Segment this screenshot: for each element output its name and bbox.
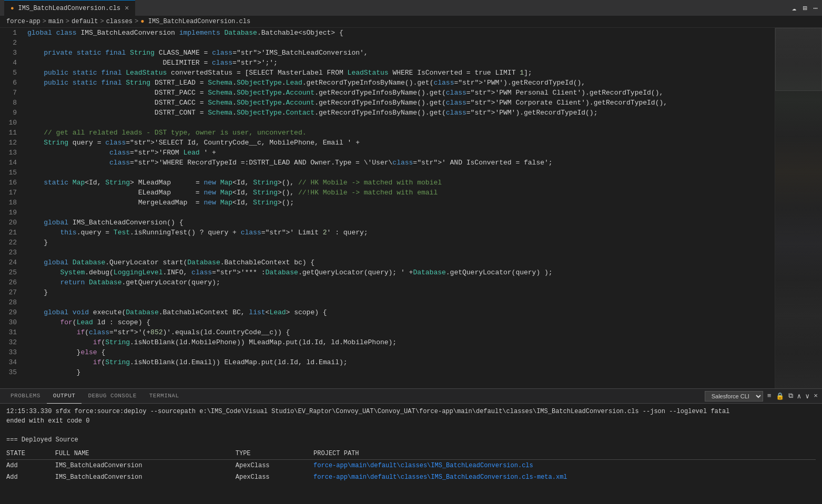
line-number-9: 9 [6,108,17,118]
code-line-8: DSTRT_CACC = Schema.SObjectType.Account.… [27,98,775,108]
editor: 1234567891011121314151617181920212223242… [0,28,775,388]
breadcrumb-classes[interactable]: classes [106,18,133,25]
table-cell-1-2: ApexClass [236,471,313,483]
code-line-12: String query = class="str">'SELECT Id, C… [27,138,775,148]
line-number-10: 10 [6,118,17,128]
output-line-3 [6,426,816,435]
panel-icon-up[interactable]: ∧ [797,392,801,400]
code-line-28 [27,297,775,307]
code-line-19 [27,208,775,218]
panel-icon-lock[interactable]: 🔒 [776,392,784,400]
line-number-15: 15 [6,168,17,178]
code-line-34: if(String.isNotBlank(ld.Email)) ELeadMap… [27,357,775,367]
line-numbers: 1234567891011121314151617181920212223242… [0,28,21,388]
line-number-33: 33 [6,347,17,357]
code-line-9: DSTRT_CONT = Schema.SObjectType.Contact.… [27,108,775,118]
table-cell-0-1: IMS_BatchLeadConversion [55,460,236,472]
tab-close-button[interactable]: × [125,5,129,12]
code-line-18: MergeLeadMap = new Map<Id, String>(); [27,198,775,208]
line-number-22: 22 [6,238,17,248]
line-number-2: 2 [6,38,17,48]
col-fullname: FULL NAME [55,448,236,460]
breadcrumb-forceapp[interactable]: force-app [6,18,40,25]
output-line-2: ended with exit code 0 [6,416,816,426]
panel-tab-output[interactable]: OUTPUT [47,389,82,404]
line-number-26: 26 [6,277,17,287]
panel-icon-list[interactable]: ≡ [767,392,772,400]
col-path: PROJECT PATH [313,448,816,460]
output-table: STATE FULL NAME TYPE PROJECT PATH AddIMS… [6,448,816,483]
line-number-27: 27 [6,287,17,297]
line-number-17: 17 [6,188,17,198]
panel-icon-down[interactable]: ∨ [805,392,809,400]
code-line-7: DSTRT_PACC = Schema.SObjectType.Account.… [27,88,775,98]
output-line-1: 12:15:33.330 sfdx force:source:deploy --… [6,407,816,416]
code-line-32: if(String.isNotBlank(ld.MobilePhone)) ML… [27,337,775,347]
panel-tab-terminal[interactable]: TERMINAL [143,389,186,404]
code-line-10 [27,118,775,128]
line-number-31: 31 [6,327,17,337]
col-state: STATE [6,448,55,460]
code-line-26: return Database.getQueryLocator(query); [27,277,775,287]
code-line-30: for(Lead ld : scope) { [27,317,775,327]
minimap[interactable] [775,28,822,388]
code-line-27: } [27,287,775,297]
panel-icon-copy[interactable]: ⧉ [788,392,793,400]
output-source-select[interactable]: Salesforce CLI [705,391,763,402]
panel-tab-problems[interactable]: PROBLEMS [4,389,47,404]
table-row-0: AddIMS_BatchLeadConversionApexClassforce… [6,460,816,472]
breadcrumb-default[interactable]: default [72,18,98,25]
code-line-33: }else { [27,347,775,357]
minimap-slider[interactable] [775,28,822,91]
line-number-8: 8 [6,98,17,108]
line-number-3: 3 [6,48,17,58]
table-header-row: STATE FULL NAME TYPE PROJECT PATH [6,448,816,460]
line-number-18: 18 [6,198,17,208]
file-icon: ● [11,5,14,12]
panel-tab-actions: Salesforce CLI ≡ 🔒 ⧉ ∧ ∨ × [705,391,818,402]
line-number-20: 20 [6,218,17,228]
output-line-4: === Deployed Source [6,435,816,445]
code-line-25: System.debug(LoggingLevel.INFO, class="s… [27,268,775,277]
col-type: TYPE [236,448,313,460]
code-line-15 [27,168,775,178]
code-line-1: global class IMS_BatchLeadConversion imp… [27,28,775,38]
breadcrumb-file[interactable]: ● IMS_BatchLeadConversion.cls [140,18,250,25]
code-content[interactable]: global class IMS_BatchLeadConversion imp… [21,28,775,388]
panel-tabs: PROBLEMS OUTPUT DEBUG CONSOLE TERMINAL S… [0,389,822,404]
line-number-32: 32 [6,337,17,347]
panel-content: 12:15:33.330 sfdx force:source:deploy --… [0,404,822,504]
panel-tab-debug[interactable]: DEBUG CONSOLE [82,389,143,404]
more-icon[interactable]: ⋯ [814,4,818,13]
table-cell-0-2: ApexClass [236,460,313,472]
code-line-6: public static final String DSTRT_LEAD = … [27,78,775,88]
table-cell-1-3[interactable]: force-app\main\default\classes\IMS_Batch… [313,471,816,483]
table-cell-0-3[interactable]: force-app\main\default\classes\IMS_Batch… [313,460,816,472]
code-line-17: ELeadMap = new Map<Id, String>(), //!HK … [27,188,775,198]
code-line-24: global Database.QueryLocator start(Datab… [27,258,775,268]
main-area: 1234567891011121314151617181920212223242… [0,28,822,388]
code-line-13: class="str">'FROM Lead ' + [27,148,775,158]
panel-close-button[interactable]: × [814,392,818,400]
cloud-icon[interactable]: ☁ [792,4,796,13]
line-number-11: 11 [6,128,17,138]
editor-tab[interactable]: ● IMS_BatchLeadConversion.cls × [4,0,135,16]
line-number-1: 1 [6,28,17,38]
line-number-35: 35 [6,367,17,377]
line-number-4: 4 [6,58,17,68]
line-number-19: 19 [6,208,17,218]
code-area[interactable]: 1234567891011121314151617181920212223242… [0,28,775,388]
code-line-2 [27,38,775,48]
line-number-24: 24 [6,258,17,268]
code-line-14: class="str">'WHERE RecordTypeId =:DSTRT_… [27,158,775,168]
panel: PROBLEMS OUTPUT DEBUG CONSOLE TERMINAL S… [0,388,822,504]
line-number-7: 7 [6,88,17,98]
line-number-25: 25 [6,268,17,277]
code-line-16: static Map<Id, String> MLeadMap = new Ma… [27,178,775,188]
title-bar-actions: ☁ ⊞ ⋯ [792,4,818,13]
code-line-31: if(class="str">'(+852)'.equals(ld.Countr… [27,327,775,337]
code-line-20: global IMS_BatchLeadConversion() { [27,218,775,228]
layout-icon[interactable]: ⊞ [803,4,807,13]
breadcrumb-main[interactable]: main [48,18,64,25]
code-line-4: DELIMITER = class="str">';'; [27,58,775,68]
